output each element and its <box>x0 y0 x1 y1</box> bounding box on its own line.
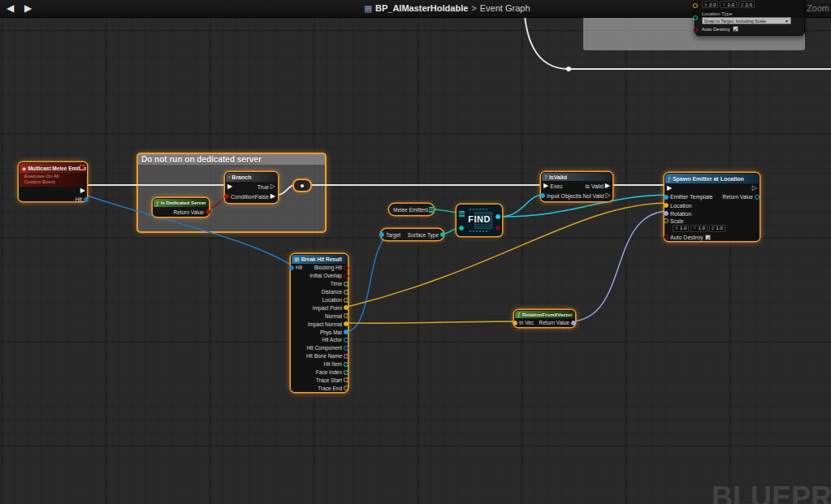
output-label: Hit Item <box>324 361 342 367</box>
map-in-pin-icon[interactable] <box>459 211 465 217</box>
output-pin[interactable] <box>344 346 348 351</box>
location-pin[interactable] <box>664 203 669 208</box>
node-spawn-emitter-attached-partial[interactable]: X2.0 Y2.0 Z2.0 Location Type Snap to Tar… <box>695 0 805 36</box>
output-label: Impact Normal <box>308 321 342 327</box>
output-pin[interactable] <box>344 338 348 342</box>
hit-in-pin[interactable] <box>289 265 294 270</box>
auto-destroy-label: Auto Destroy <box>670 235 703 240</box>
output-pin[interactable] <box>344 370 348 375</box>
node-title: RotationFromXVector <box>522 312 573 317</box>
node-spawn-emitter-at-location[interactable]: ƒ Spawn Emitter at Location ▶ ▷ Emitter … <box>664 173 760 241</box>
output-pin[interactable] <box>344 330 348 334</box>
value-pin[interactable] <box>496 214 500 219</box>
node-map-find[interactable]: FIND <box>457 205 502 236</box>
breadcrumb: BP_AIMasterHoldable>Event Graph <box>375 3 530 13</box>
return-value-pin[interactable] <box>571 321 576 325</box>
exec-in-pin[interactable]: ▶ <box>667 185 672 192</box>
vector-x-input[interactable]: X2.0 <box>702 1 718 8</box>
output-label: Face Index <box>316 369 342 375</box>
is-not-valid-exec-pin[interactable]: ▷ <box>606 192 611 199</box>
output-pin[interactable] <box>344 298 348 303</box>
condition-pin[interactable] <box>224 194 229 199</box>
breadcrumb-graph-name[interactable]: Event Graph <box>480 3 530 13</box>
vector-pin[interactable] <box>693 3 698 8</box>
location-label: Location <box>670 203 691 209</box>
false-exec-pin[interactable]: ▶ <box>271 193 275 200</box>
location-type-pin[interactable] <box>693 15 698 20</box>
auto-destroy-row: Auto Destroy <box>702 26 738 32</box>
input-object-label: Input Object <box>547 193 578 199</box>
is-valid-label: Is Valid <box>585 183 603 189</box>
reroute-dot[interactable] <box>566 67 571 71</box>
map-pin-icon[interactable] <box>429 207 435 213</box>
node-get-surface-type[interactable]: Target Surface Type <box>381 229 444 240</box>
output-pin[interactable] <box>344 290 348 295</box>
vector-y-input[interactable]: Y2.0 <box>720 1 736 8</box>
output-pin[interactable] <box>344 362 348 367</box>
output-pin[interactable] <box>344 274 348 278</box>
auto-destroy-checkbox[interactable] <box>733 26 738 32</box>
scale-y-input[interactable]: Y1.0 <box>690 225 707 232</box>
auto-destroy-pin[interactable] <box>664 235 669 239</box>
output-pin[interactable] <box>344 305 348 310</box>
exec-in-pin[interactable]: ▶ <box>227 183 232 190</box>
in-vec-pin[interactable] <box>513 321 517 325</box>
output-pin[interactable] <box>344 282 348 286</box>
node-title: Branch <box>232 174 251 180</box>
output-pin[interactable] <box>344 377 348 382</box>
node-is-dedicated-server[interactable]: ƒ Is Dedicated Server Return Value <box>153 198 209 217</box>
hit-in-label: Hit <box>296 265 302 270</box>
output-pin[interactable] <box>344 386 348 390</box>
output-pin[interactable] <box>344 354 348 359</box>
forward-button[interactable]: ▶ <box>24 2 32 14</box>
node-break-hit-result[interactable]: ▤ Break Hit Result Hit Blocking Hit Init… <box>291 254 348 392</box>
vector-input-row: X2.0 Y2.0 Z2.0 <box>702 1 756 8</box>
return-value-label: Return Value <box>174 209 204 215</box>
node-title: Multicast Melee Emitter <box>28 166 86 171</box>
zoom-indicator: Zoom <box>807 3 829 13</box>
location-type-dropdown[interactable]: Snap to Target, Including Scale▼ <box>702 17 791 24</box>
reroute-node[interactable] <box>294 180 310 191</box>
node-multicast-melee-emitter[interactable]: ◈ Multicast Melee Emitter Executes On Al… <box>19 162 87 201</box>
auto-destroy-pin[interactable] <box>693 28 698 32</box>
output-pin[interactable] <box>344 313 348 318</box>
return-value-pin[interactable] <box>755 195 760 200</box>
exec-label: Exec <box>550 183 563 189</box>
is-valid-exec-pin[interactable]: ▶ <box>605 183 610 189</box>
comment-title[interactable]: Do not run on dedicated server <box>138 154 325 165</box>
output-pin[interactable] <box>344 321 348 326</box>
rotation-pin[interactable] <box>664 211 669 216</box>
success-pin[interactable] <box>496 226 500 230</box>
node-subtitle: Executes On All <box>19 174 86 179</box>
hit-pin[interactable] <box>84 197 89 202</box>
scale-z-input[interactable]: Z1.0 <box>709 225 725 232</box>
node-melee-emitters-getter[interactable]: Melee Emitters <box>389 204 434 215</box>
scale-x-input[interactable]: X1.0 <box>673 225 689 232</box>
function-icon: ƒ <box>517 312 521 317</box>
question-mark-icon: ? <box>544 174 548 180</box>
emitter-template-pin[interactable] <box>664 195 669 200</box>
exec-out-pin[interactable]: ▶ <box>80 187 85 194</box>
node-isvalid[interactable]: ? IsValid ▶ Exec Is Valid ▶ Input Object… <box>541 172 612 201</box>
true-exec-pin[interactable]: ▷ <box>271 183 275 190</box>
wire-physmat-target <box>348 235 387 331</box>
breadcrumb-blueprint-name[interactable]: BP_AIMasterHoldable <box>375 3 468 13</box>
scale-pin[interactable] <box>664 218 669 223</box>
output-pin[interactable] <box>344 265 348 270</box>
exec-in-pin[interactable]: ▶ <box>543 183 548 189</box>
surface-type-label: Surface Type <box>408 232 439 238</box>
key-pin[interactable] <box>459 226 464 230</box>
node-branch[interactable]: ‹ Branch ▶ True ▷ Condition False ▶ <box>225 172 278 203</box>
input-object-pin[interactable] <box>540 193 545 198</box>
target-pin[interactable] <box>379 232 384 237</box>
auto-destroy-checkbox[interactable] <box>705 235 711 240</box>
exec-out-pin[interactable]: ▷ <box>752 185 757 192</box>
location-type-label: Location Type <box>702 11 732 16</box>
output-label: Impact Point <box>313 305 342 311</box>
back-button[interactable]: ◀ <box>6 2 14 14</box>
return-value-pin[interactable] <box>206 209 210 214</box>
node-rotation-from-xvector[interactable]: ƒ RotationFromXVector In Vec Return Valu… <box>514 310 575 327</box>
vector-z-input[interactable]: Z2.0 <box>738 1 755 8</box>
surface-type-pin[interactable] <box>440 232 445 237</box>
blueprint-watermark: BLUEPRINT <box>712 480 831 504</box>
